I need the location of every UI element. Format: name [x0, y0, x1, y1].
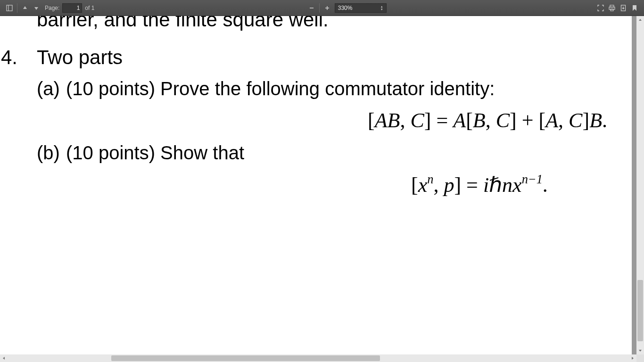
toolbar-separator — [319, 3, 320, 13]
part-a-text: (10 points) Prove the following commutat… — [66, 78, 495, 99]
toolbar-separator — [17, 3, 17, 13]
page-down-button[interactable] — [31, 2, 42, 14]
pdf-toolbar: Page: of 1 330% ▲▼ — [0, 0, 644, 16]
fullscreen-button[interactable] — [595, 2, 606, 14]
horizontal-scrollbar[interactable] — [0, 354, 644, 362]
question-number: 4. — [1, 46, 17, 69]
previous-line-clipped: barrier, and the finite square well. — [37, 16, 329, 31]
svg-rect-0 — [7, 5, 12, 11]
document-viewport: barrier, and the finite square well. 4. … — [0, 16, 644, 354]
scroll-right-button[interactable] — [629, 354, 636, 362]
svg-rect-5 — [610, 5, 614, 7]
vertical-scrollbar[interactable] — [636, 16, 644, 354]
equation-a: [AB, C] = A[B, C] + [A, C]B. — [368, 108, 607, 132]
question-title: Two parts — [37, 46, 123, 69]
download-button[interactable] — [618, 2, 629, 14]
scroll-down-button[interactable] — [636, 347, 644, 354]
horizontal-scrollbar-thumb[interactable] — [111, 355, 380, 361]
equation-b: [xn, p] = iℏnxn−1. — [411, 173, 548, 197]
zoom-out-button[interactable] — [306, 2, 317, 14]
part-b-label: (b) — [37, 142, 60, 164]
scrollbar-corner — [636, 354, 644, 362]
part-b-text: (10 points) Show that — [66, 142, 244, 164]
page-total-prefix: of — [85, 5, 90, 11]
zoom-value: 330% — [338, 5, 353, 11]
vertical-scrollbar-thumb[interactable] — [637, 280, 643, 341]
page-number-input[interactable] — [62, 3, 82, 13]
print-button[interactable] — [606, 2, 618, 14]
zoom-select[interactable]: 330% ▲▼ — [335, 3, 387, 13]
page-label: Page: — [45, 5, 59, 11]
page-up-button[interactable] — [19, 2, 31, 14]
document-page: barrier, and the finite square well. 4. … — [0, 16, 632, 354]
part-a-label: (a) — [37, 78, 60, 99]
page-total: of 1 — [85, 5, 94, 11]
bookmark-button[interactable] — [629, 2, 640, 14]
page-total-value: 1 — [91, 5, 95, 11]
zoom-in-button[interactable] — [322, 2, 333, 14]
scroll-up-button[interactable] — [636, 16, 644, 24]
sidebar-toggle-button[interactable] — [4, 2, 15, 14]
scroll-left-button[interactable] — [0, 354, 8, 362]
zoom-stepper-icon: ▲▼ — [380, 5, 383, 11]
